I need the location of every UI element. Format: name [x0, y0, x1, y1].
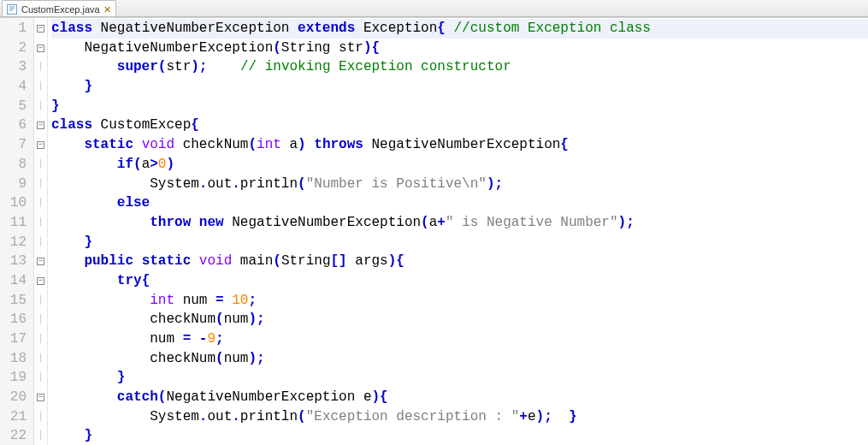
token-kw: try: [117, 273, 142, 288]
token-plain: [446, 21, 454, 36]
line-number: 20: [0, 388, 27, 407]
code-area[interactable]: class NegativeNumberException extends Ex…: [48, 18, 868, 445]
code-line[interactable]: }: [51, 77, 868, 97]
fold-guide: │: [38, 349, 43, 369]
fold-toggle-icon[interactable]: −: [37, 394, 44, 401]
token-kw: =: [183, 331, 192, 347]
token-kw: static: [142, 253, 192, 269]
code-line[interactable]: public static void main(String[] args){: [51, 252, 868, 271]
code-line[interactable]: System.out.println("Number is Positive\n…: [51, 175, 868, 194]
token-plain: num: [174, 293, 216, 308]
fold-guide: │: [38, 57, 43, 77]
line-number: 7: [0, 135, 27, 155]
code-line[interactable]: int num = 10;: [51, 291, 868, 311]
fold-guide: │: [38, 233, 43, 252]
line-number: 3: [0, 57, 27, 77]
fold-toggle-icon[interactable]: −: [37, 141, 44, 149]
line-number: 12: [0, 233, 27, 252]
token-kw: public: [84, 253, 133, 269]
code-line[interactable]: super(str); // invoking Exception constr…: [51, 57, 868, 77]
token-plain: NegativeNumberException: [92, 21, 298, 36]
token-plain: out: [207, 409, 232, 424]
tab-customexcep[interactable]: CustomExcep.java ✕: [2, 0, 116, 16]
token-plain: String str: [281, 40, 363, 56]
token-kw: (: [158, 389, 167, 405]
token-kw: {: [191, 117, 199, 133]
token-kw: .: [232, 409, 240, 424]
code-line[interactable]: checkNum(num);: [51, 349, 868, 369]
fold-guide: │: [38, 310, 43, 329]
token-kw: .: [199, 176, 208, 192]
token-kw: +: [519, 409, 528, 424]
token-kw: {: [371, 40, 380, 56]
token-plain: [207, 59, 239, 74]
fold-toggle-icon[interactable]: −: [37, 258, 44, 265]
fold-toggle-icon[interactable]: −: [37, 44, 44, 52]
token-kw: ;: [626, 215, 635, 230]
code-line[interactable]: throw new NegativeNumberException(a+" is…: [51, 213, 868, 233]
token-kw: ): [191, 59, 199, 74]
token-kw: (: [158, 59, 167, 74]
token-plain: NegativeNumberException e: [166, 389, 371, 405]
code-line[interactable]: if(a>0): [51, 155, 868, 175]
line-number: 15: [0, 291, 27, 311]
token-kw: ;: [544, 409, 552, 424]
fold-guide: │: [38, 193, 43, 213]
code-line[interactable]: }: [51, 233, 868, 252]
code-line[interactable]: }: [51, 368, 868, 388]
token-kw: {: [380, 389, 388, 405]
code-line[interactable]: System.out.println("Exception descriptio…: [51, 407, 868, 427]
token-kw: }: [569, 409, 577, 424]
line-number: 5: [0, 97, 27, 116]
line-number: 17: [0, 329, 27, 349]
token-plain: [191, 253, 199, 269]
fold-toggle-icon[interactable]: −: [37, 25, 44, 33]
line-number: 16: [0, 310, 27, 329]
token-kw: ): [248, 312, 257, 327]
token-kw: class: [51, 21, 92, 36]
token-plain: num: [224, 351, 249, 366]
token-kw: (: [216, 312, 224, 327]
code-line[interactable]: static void checkNum(int a) throws Negat…: [51, 135, 868, 155]
token-tp: void: [142, 137, 174, 152]
token-kw: ): [536, 409, 545, 424]
fold-guide: │: [38, 155, 43, 175]
token-kw: if: [117, 157, 133, 172]
fold-guide: │: [38, 291, 43, 311]
token-str: "Exception description : ": [306, 409, 520, 424]
token-kw: ;: [495, 176, 504, 192]
code-line[interactable]: class CustomExcep{: [51, 116, 868, 135]
code-line[interactable]: else: [51, 193, 868, 213]
code-line[interactable]: checkNum(num);: [51, 310, 868, 329]
fold-guide: │: [38, 175, 43, 194]
token-kw: {: [396, 253, 404, 269]
token-kw: (: [273, 40, 281, 56]
token-plain: num: [51, 331, 183, 347]
code-line[interactable]: catch(NegativeNumberException e){: [51, 388, 868, 407]
code-line[interactable]: }: [51, 426, 868, 445]
fold-toggle-icon[interactable]: −: [37, 277, 44, 285]
token-plain: println: [240, 409, 298, 424]
fold-gutter: −−│││−−│││││−−│││││−││: [34, 18, 48, 445]
close-tab-icon[interactable]: ✕: [103, 5, 112, 14]
token-str: " is Negative Number": [446, 215, 618, 230]
code-line[interactable]: num = -9;: [51, 329, 868, 349]
fold-toggle-icon[interactable]: −: [37, 122, 44, 129]
fold-guide: │: [38, 213, 43, 233]
token-tp: int: [150, 293, 174, 308]
token-kw: catch: [117, 389, 158, 405]
token-plain: [51, 273, 117, 288]
token-plain: a: [142, 157, 151, 172]
code-line[interactable]: class NegativeNumberException extends Ex…: [51, 19, 868, 39]
code-line[interactable]: }: [51, 97, 868, 116]
token-kw: >: [150, 157, 158, 172]
fold-guide: │: [38, 97, 43, 116]
token-kw: (: [298, 176, 306, 192]
code-line[interactable]: NegativeNumberException(String str){: [51, 39, 868, 58]
code-line[interactable]: try{: [51, 271, 868, 291]
line-number: 10: [0, 193, 27, 213]
token-plain: [51, 215, 150, 230]
token-kw: ;: [257, 351, 265, 366]
token-plain: [51, 370, 117, 385]
token-kw: .: [232, 176, 240, 192]
